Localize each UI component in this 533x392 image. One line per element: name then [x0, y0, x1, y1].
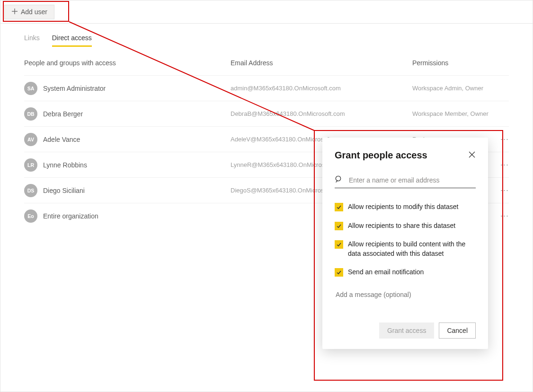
- col-header-permissions: Permissions: [412, 59, 492, 67]
- more-icon[interactable]: ···: [492, 185, 509, 195]
- col-header-action: [492, 59, 509, 67]
- person-email: admin@M365x643180.OnMicrosoft.com: [231, 85, 412, 92]
- message-input[interactable]: [335, 290, 476, 299]
- tabs: Links Direct access: [0, 24, 533, 47]
- dialog-title: Grant people access: [335, 150, 427, 161]
- option-notify: Send an email notification: [335, 268, 476, 277]
- person-name: Debra Berger: [43, 110, 83, 118]
- option-label: Allow recipients to build content with t…: [348, 240, 476, 258]
- option-modify: Allow recipients to modify this dataset: [335, 202, 476, 212]
- table-row: SA System Administrator admin@M365x64318…: [24, 75, 509, 101]
- table-header: People and groups with access Email Addr…: [24, 59, 509, 75]
- grant-access-button[interactable]: Grant access: [379, 322, 434, 339]
- avatar: DS: [24, 184, 37, 197]
- checkbox[interactable]: [335, 222, 343, 230]
- toolbar: Add user: [0, 0, 533, 24]
- grant-access-dialog: Grant people access Allow recipients to …: [322, 138, 488, 349]
- option-label: Allow recipients to modify this dataset: [348, 202, 458, 212]
- checkbox[interactable]: [335, 203, 343, 211]
- option-label: Send an email notification: [348, 268, 424, 277]
- option-build: Allow recipients to build content with t…: [335, 240, 476, 258]
- col-header-people: People and groups with access: [24, 59, 231, 67]
- person-name: Adele Vance: [43, 136, 80, 143]
- person-name: Entire organization: [43, 212, 98, 220]
- col-header-email: Email Address: [231, 59, 412, 67]
- people-search-input[interactable]: [348, 176, 476, 184]
- person-name: Lynne Robbins: [43, 161, 87, 169]
- avatar: Eo: [24, 209, 37, 223]
- more-icon[interactable]: ···: [492, 211, 509, 221]
- more-icon[interactable]: ···: [492, 134, 509, 144]
- person-permission: Workspace Member, Owner: [412, 110, 492, 117]
- people-search[interactable]: [335, 175, 476, 188]
- close-icon[interactable]: [468, 151, 476, 160]
- add-user-label: Add user: [21, 8, 47, 16]
- plus-icon: [11, 8, 18, 16]
- person-email: DebraB@M365x643180.OnMicrosoft.com: [231, 110, 412, 117]
- person-permission: Workspace Admin, Owner: [412, 85, 492, 92]
- checkbox[interactable]: [335, 268, 343, 277]
- tab-direct-access[interactable]: Direct access: [52, 34, 92, 47]
- tab-links[interactable]: Links: [24, 34, 40, 47]
- more-icon[interactable]: ···: [492, 160, 509, 170]
- svg-point-5: [336, 176, 340, 181]
- avatar: SA: [24, 82, 37, 95]
- table-row: DB Debra Berger DebraB@M365x643180.OnMic…: [24, 101, 509, 126]
- person-name: System Administrator: [43, 85, 106, 92]
- checkbox[interactable]: [335, 240, 343, 249]
- add-user-button[interactable]: Add user: [4, 5, 54, 19]
- avatar: AV: [24, 133, 37, 146]
- person-name: Diego Siciliani: [43, 187, 85, 194]
- avatar: DB: [24, 107, 37, 121]
- option-share: Allow recipients to share this dataset: [335, 221, 476, 231]
- avatar: LR: [24, 158, 37, 172]
- search-icon: [335, 175, 343, 185]
- option-label: Allow recipients to share this dataset: [348, 221, 455, 231]
- cancel-button[interactable]: Cancel: [439, 322, 476, 339]
